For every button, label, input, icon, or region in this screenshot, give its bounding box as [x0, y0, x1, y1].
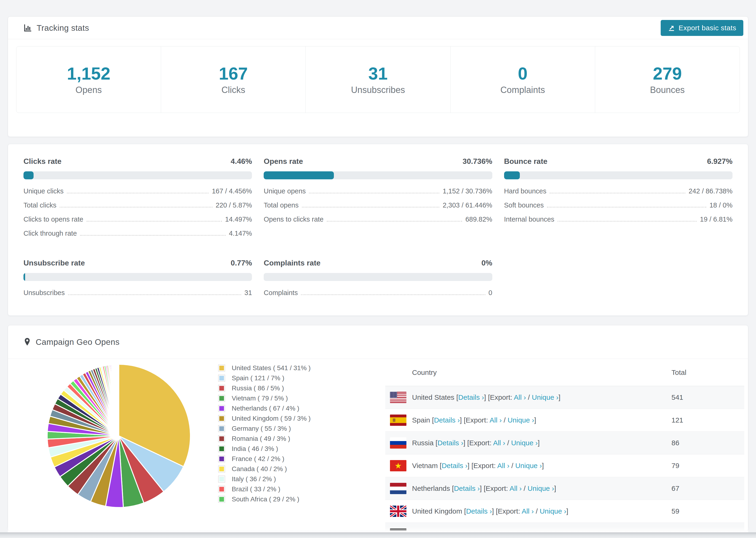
rate-detail-row: Total clicks 220 / 5.87%	[24, 201, 252, 209]
flag-us-icon	[390, 392, 406, 403]
rate-title: Unsubscribe rate	[24, 259, 85, 267]
export-basic-stats-button[interactable]: Export basic stats	[661, 20, 743, 36]
legend-swatch	[218, 496, 225, 503]
stat-unsubscribes: 31 Unsubscribes	[305, 46, 450, 113]
geo-pie-chart[interactable]	[46, 363, 191, 509]
geo-table-header: Country Total	[385, 359, 744, 386]
legend-label: Germany ( 55 / 3% )	[232, 425, 291, 432]
details-link[interactable]: Details ›	[454, 484, 480, 492]
detail-value: 1,152 / 30.736%	[443, 187, 492, 195]
column-header-country: Country	[412, 368, 672, 377]
rate-detail-row: Click through rate 4.147%	[24, 230, 252, 237]
stat-value: 0	[518, 64, 527, 83]
export-all-link[interactable]: All ›	[497, 462, 510, 469]
export-all-link[interactable]: All ›	[493, 439, 505, 447]
stat-value: 279	[653, 64, 682, 83]
export-unique-link[interactable]: Unique ›	[532, 394, 558, 401]
legend-item-germany: Germany ( 55 / 3% )	[218, 423, 311, 434]
export-all-link[interactable]: All ›	[522, 507, 534, 515]
rates-row-2: Unsubscribe rate 0.77% Unsubscribes 31 C…	[24, 259, 732, 303]
detail-label: Soft bounces	[504, 201, 544, 209]
rate-title: Bounce rate	[504, 157, 548, 166]
dotted-leader	[301, 295, 485, 295]
pie-slice-other-46[interactable]	[119, 364, 119, 436]
export-button-label: Export basic stats	[678, 24, 736, 32]
geo-table: Country Total United States [Details ›] …	[385, 359, 744, 531]
dotted-leader	[302, 207, 440, 207]
export-all-link[interactable]: All ›	[510, 484, 522, 492]
dotted-leader	[547, 207, 706, 207]
rates-card: Clicks rate 4.46% Unique clicks 167 / 4.…	[8, 144, 748, 316]
progress-bar	[24, 273, 252, 281]
dotted-leader	[67, 193, 209, 193]
legend-label: Brazil ( 33 / 2% )	[232, 485, 280, 493]
country-total: 86	[672, 439, 744, 447]
stat-clicks: 167 Clicks	[161, 46, 305, 113]
details-link[interactable]: Details ›	[458, 394, 484, 401]
geo-legend: United States ( 541 / 31% ) Spain ( 121 …	[218, 363, 311, 504]
legend-swatch	[218, 435, 225, 442]
dotted-leader	[558, 221, 697, 222]
export-unique-link[interactable]: Unique ›	[508, 416, 534, 424]
column-header-total: Total	[672, 368, 744, 377]
detail-value: 242 / 86.738%	[689, 187, 732, 195]
country-total: 121	[672, 416, 744, 424]
country-cell: Russia [Details ›] [Export: All › / Uniq…	[412, 439, 672, 447]
country-row-united-states: United States [Details ›] [Export: All ›…	[385, 386, 744, 409]
country-total: 67	[672, 484, 744, 493]
details-link[interactable]: Details ›	[445, 530, 471, 531]
stat-label: Clicks	[221, 85, 245, 95]
rate-detail-row: Soft bounces 18 / 0%	[504, 201, 732, 209]
details-link[interactable]: Details ›	[442, 462, 467, 469]
progress-bar-fill	[264, 171, 334, 179]
rate-value: 0%	[481, 259, 492, 267]
progress-bar-fill	[24, 273, 25, 281]
country-total: 541	[672, 394, 744, 402]
rate-head: Unsubscribe rate 0.77%	[24, 259, 252, 267]
details-link[interactable]: Details ›	[466, 507, 492, 515]
details-link[interactable]: Details ›	[437, 439, 463, 447]
stat-label: Bounces	[650, 85, 685, 95]
details-link[interactable]: Details ›	[434, 416, 460, 424]
stat-value: 1,152	[67, 64, 110, 83]
legend-item-romania: Romania ( 49 / 3% )	[218, 434, 311, 444]
country-name: Netherlands	[412, 484, 450, 492]
detail-label: Unique clicks	[24, 187, 64, 195]
export-all-link[interactable]: All ›	[514, 394, 526, 401]
legend-swatch	[218, 385, 225, 392]
rate-title: Opens rate	[264, 157, 303, 166]
legend-label: United Kingdom ( 59 / 3% )	[232, 415, 311, 422]
export-unique-link[interactable]: Unique ›	[511, 439, 538, 447]
export-all-link[interactable]: All ›	[490, 416, 502, 424]
legend-swatch	[218, 486, 225, 493]
export-unique-link[interactable]: Unique ›	[540, 507, 566, 515]
detail-label: Hard bounces	[504, 187, 547, 195]
country-name: Russia	[412, 439, 434, 447]
export-unique-link[interactable]: Unique ›	[515, 462, 542, 469]
detail-label: Total clicks	[24, 201, 56, 209]
rate-value: 4.46%	[231, 157, 252, 166]
export-all-link[interactable]: All ›	[501, 530, 513, 531]
rate-detail-row: Hard bounces 242 / 86.738%	[504, 187, 732, 195]
detail-label: Unsubscribes	[24, 289, 65, 297]
legend-item-vietnam: Vietnam ( 79 / 5% )	[218, 393, 311, 403]
viewport-bottom-band	[0, 532, 756, 538]
detail-value: 689.82%	[465, 215, 492, 223]
dotted-leader	[80, 235, 226, 236]
export-unique-link[interactable]: Unique ›	[519, 530, 545, 531]
rate-rows: Complaints 0	[264, 289, 492, 297]
detail-label: Complaints	[264, 289, 298, 297]
legend-item-canada: Canada ( 40 / 2% )	[218, 464, 311, 474]
stat-label: Complaints	[500, 85, 545, 95]
progress-bar-fill	[24, 171, 33, 179]
legend-item-south-africa: South Africa ( 29 / 2% )	[218, 494, 311, 504]
rate-detail-row: Unsubscribes 31	[24, 289, 252, 297]
legend-item-italy: Italy ( 36 / 2% )	[218, 474, 311, 484]
flag-vn-icon: ★	[390, 460, 406, 471]
rate-head: Clicks rate 4.46%	[24, 157, 252, 166]
export-unique-link[interactable]: Unique ›	[527, 484, 554, 492]
rate-panel-complaints-rate: Complaints rate 0% Complaints 0	[264, 259, 492, 303]
legend-label: Vietnam ( 79 / 5% )	[232, 395, 288, 402]
rate-value: 0.77%	[231, 259, 252, 267]
country-name: Spain	[412, 416, 430, 424]
